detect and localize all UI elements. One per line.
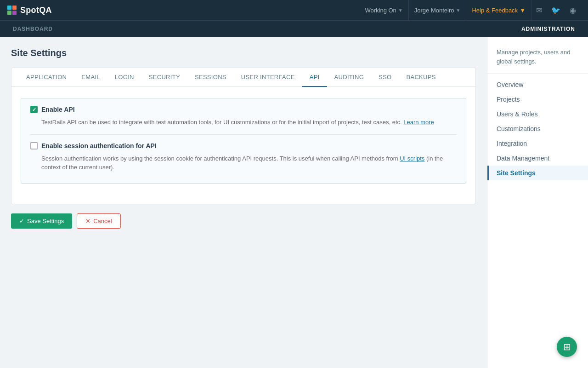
- chevron-down-icon: ▼: [456, 8, 460, 13]
- sidebar-item-overview[interactable]: Overview: [487, 77, 588, 92]
- session-auth-section: Enable session authentication for API Se…: [30, 142, 457, 176]
- api-tab-content: ✓ Enable API TestRails API can be used t…: [11, 87, 475, 204]
- user-menu-button[interactable]: Jorge Monteiro ▼: [409, 0, 467, 20]
- top-nav-right: Working On ▼ Jorge Monteiro ▼ Help & Fee…: [359, 0, 581, 20]
- rss-icon[interactable]: ◉: [565, 0, 581, 20]
- sidebar: Manage projects, users and global settin…: [487, 37, 588, 368]
- sidebar-item-users-roles[interactable]: Users & Roles: [487, 107, 588, 121]
- tab-sso[interactable]: SSO: [371, 68, 399, 87]
- sidebar-item-projects[interactable]: Projects: [487, 92, 588, 107]
- app-name: SpotQA: [20, 6, 52, 15]
- nav-dashboard[interactable]: DASHBOARD: [7, 21, 58, 37]
- tab-auditing[interactable]: AUDITING: [327, 68, 372, 87]
- content-area: Site Settings APPLICATION EMAIL LOGIN SE…: [0, 37, 487, 368]
- session-auth-checkbox[interactable]: [30, 142, 38, 150]
- checkmark-icon: ✓: [19, 218, 24, 224]
- top-nav: SpotQA Working On ▼ Jorge Monteiro ▼ Hel…: [0, 0, 588, 20]
- help-feedback-button[interactable]: Help & Feedback ▼: [466, 0, 531, 20]
- logo-icon: [7, 6, 17, 15]
- learn-more-link[interactable]: Learn more: [403, 119, 434, 126]
- chevron-down-icon: ▼: [398, 8, 403, 13]
- tab-backups[interactable]: BACKUPS: [399, 68, 443, 87]
- tab-sessions[interactable]: SESSIONS: [187, 68, 234, 87]
- chat-bubble-button[interactable]: ⊞: [557, 337, 577, 357]
- enable-api-row: ✓ Enable API: [30, 106, 457, 113]
- session-auth-description: Session authentication works by using th…: [41, 154, 457, 172]
- cancel-button[interactable]: ✕ Cancel: [77, 213, 120, 229]
- nav-administration[interactable]: ADMINISTRATION: [516, 21, 581, 37]
- main-layout: Site Settings APPLICATION EMAIL LOGIN SE…: [0, 37, 588, 368]
- logo-area: SpotQA: [7, 6, 52, 15]
- divider: [30, 134, 457, 135]
- ui-scripts-link[interactable]: UI scripts: [400, 155, 424, 162]
- enable-api-checkbox[interactable]: ✓: [30, 106, 38, 113]
- tab-user-interface[interactable]: USER INTERFACE: [234, 68, 302, 87]
- chevron-down-icon: ▼: [520, 7, 526, 14]
- sidebar-item-data-management[interactable]: Data Management: [487, 151, 588, 166]
- tab-security[interactable]: SECURITY: [141, 68, 187, 87]
- session-auth-label: Enable session authentication for API: [41, 142, 157, 150]
- secondary-nav: DASHBOARD ADMINISTRATION: [0, 20, 588, 37]
- tab-api[interactable]: API: [302, 68, 327, 87]
- x-icon: ✕: [85, 218, 90, 224]
- tab-application[interactable]: APPLICATION: [19, 68, 74, 87]
- api-description: TestRails API can be used to integrate w…: [41, 118, 457, 127]
- twitter-icon[interactable]: 🐦: [547, 0, 565, 20]
- save-settings-button[interactable]: ✓ Save Settings: [11, 213, 72, 229]
- tab-email[interactable]: EMAIL: [74, 68, 107, 87]
- working-on-button[interactable]: Working On ▼: [359, 0, 408, 20]
- page-title: Site Settings: [11, 48, 476, 58]
- sidebar-description: Manage projects, users and global settin…: [487, 44, 588, 74]
- checkmark-icon: ✓: [32, 107, 36, 113]
- email-icon[interactable]: ✉: [531, 0, 547, 20]
- sidebar-item-integration[interactable]: Integration: [487, 136, 588, 151]
- enable-api-label: Enable API: [41, 106, 75, 113]
- enable-api-section: ✓ Enable API TestRails API can be used t…: [21, 98, 466, 184]
- chat-icon: ⊞: [563, 341, 571, 352]
- sidebar-item-site-settings[interactable]: Site Settings: [487, 166, 588, 180]
- sidebar-item-customizations[interactable]: Customizations: [487, 121, 588, 136]
- action-buttons: ✓ Save Settings ✕ Cancel: [11, 213, 476, 229]
- session-auth-row: Enable session authentication for API: [30, 142, 457, 150]
- tabs-header: APPLICATION EMAIL LOGIN SECURITY SESSION…: [11, 68, 475, 87]
- tab-login[interactable]: LOGIN: [107, 68, 141, 87]
- tabs-container: APPLICATION EMAIL LOGIN SECURITY SESSION…: [11, 68, 476, 204]
